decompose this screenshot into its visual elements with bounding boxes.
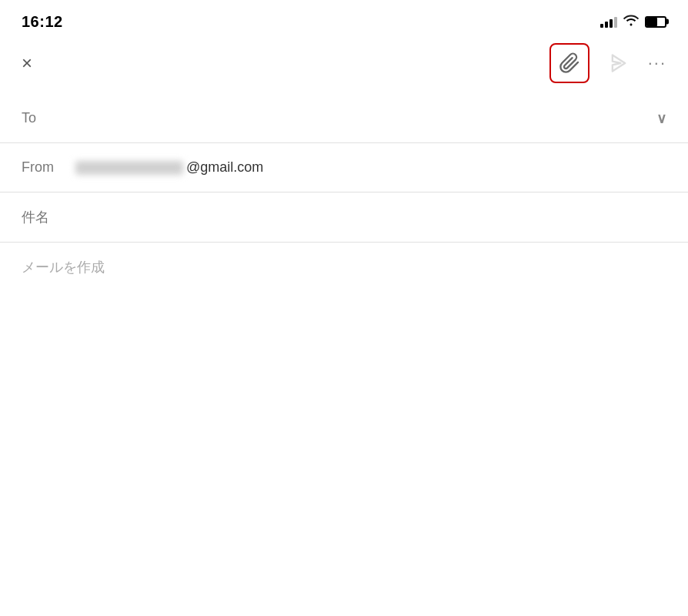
toolbar-actions: ··· <box>549 43 666 83</box>
status-bar: 16:12 <box>0 0 688 38</box>
battery-icon <box>645 16 666 28</box>
status-time: 16:12 <box>22 13 63 31</box>
compose-form: To ∨ From @gmail.com 件名 メールを作成 <box>0 94 688 292</box>
sender-name-blurred <box>75 161 183 175</box>
body-input[interactable]: メールを作成 <box>22 259 105 275</box>
body-area[interactable]: メールを作成 <box>0 243 688 292</box>
signal-icon <box>600 15 617 28</box>
send-icon <box>608 52 630 74</box>
status-icons <box>600 14 666 29</box>
close-button[interactable]: × <box>22 54 32 72</box>
from-field-row: From @gmail.com <box>0 143 688 192</box>
send-button[interactable] <box>608 52 630 74</box>
svg-marker-0 <box>612 55 624 72</box>
paperclip-icon <box>559 52 580 74</box>
attach-button[interactable] <box>549 43 589 83</box>
to-label: To <box>22 110 75 126</box>
from-email: @gmail.com <box>186 159 263 176</box>
to-field-row[interactable]: To ∨ <box>0 94 688 143</box>
compose-toolbar: × ··· <box>0 38 688 88</box>
from-label: From <box>22 159 75 176</box>
chevron-down-icon: ∨ <box>656 110 666 127</box>
subject-input[interactable]: 件名 <box>22 208 49 226</box>
subject-field-row[interactable]: 件名 <box>0 192 688 243</box>
wifi-icon <box>623 14 639 29</box>
from-value: @gmail.com <box>75 159 263 176</box>
more-options-button[interactable]: ··· <box>648 53 666 73</box>
